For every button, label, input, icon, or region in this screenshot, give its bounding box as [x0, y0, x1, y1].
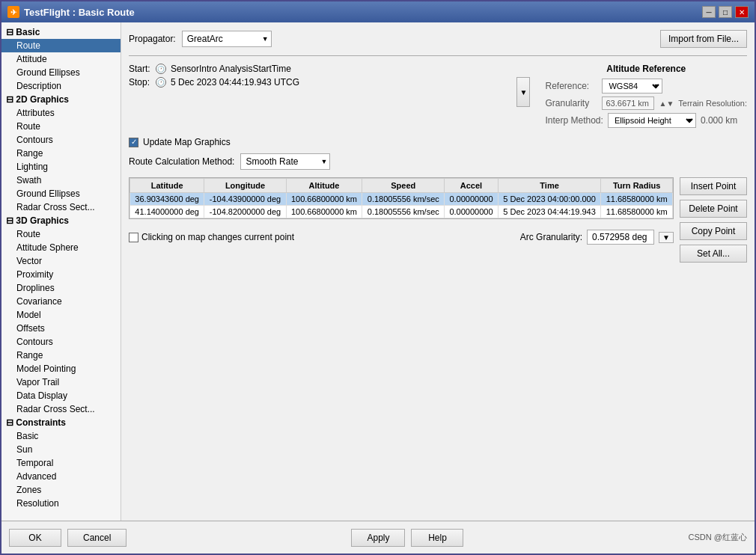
sidebar-item-3d-covariance[interactable]: Covariance	[1, 295, 121, 308]
table-body: 36.90343600 deg-104.43900000 deg100.6680…	[130, 193, 673, 218]
sidebar-item-basic-route[interactable]: Route	[1, 39, 121, 52]
help-button[interactable]: Help	[411, 529, 463, 547]
main-content: ⊟ Basic Route Attitude Ground Ellipses D…	[1, 22, 755, 521]
sidebar-item-2d-radar-cross[interactable]: Radar Cross Sect...	[1, 200, 121, 214]
sidebar-group-2d[interactable]: ⊟ 2D Graphics	[1, 93, 121, 106]
col-altitude: Altitude	[286, 179, 362, 193]
times-dropdown-btn[interactable]: ▼	[516, 77, 530, 107]
calc-method-row: Route Calculation Method: Smooth Rate	[129, 153, 747, 170]
restore-button[interactable]: □	[719, 6, 732, 18]
sidebar-item-3d-attitude-sphere[interactable]: Attitude Sphere	[1, 241, 121, 254]
update-map-row: Update Map Graphics	[129, 137, 747, 147]
sidebar-item-3d-model-pointing[interactable]: Model Pointing	[1, 362, 121, 375]
footer-left: OK Cancel	[9, 529, 126, 547]
clicking-label: Clicking on map changes current point	[141, 232, 294, 242]
top-divider	[129, 55, 747, 56]
ref-select-wrapper: WGS84	[602, 79, 662, 93]
gran-label: Granularity	[545, 98, 597, 108]
sidebar-group-3d[interactable]: ⊟ 3D Graphics	[1, 214, 121, 227]
route-table: Latitude Longitude Altitude Speed Accel …	[129, 177, 674, 219]
sidebar-item-basic-attitude[interactable]: Attitude	[1, 52, 121, 66]
window-title: TestFlight : Basic Route	[24, 7, 135, 18]
import-button[interactable]: Import from File...	[660, 30, 747, 48]
delete-point-button[interactable]: Delete Point	[680, 200, 747, 218]
propagator-select[interactable]: GreatArc	[182, 31, 272, 47]
sidebar-item-basic-description[interactable]: Description	[1, 79, 121, 93]
arc-dropdown-btn[interactable]: ▼	[659, 232, 674, 243]
footer-watermark: CSDN @红蓝心	[689, 532, 747, 543]
sidebar-item-3d-vapor-trail[interactable]: Vapor Trail	[1, 375, 121, 389]
sidebar-item-3d-proximity[interactable]: Proximity	[1, 268, 121, 281]
sidebar-group-constraints[interactable]: ⊟ Constraints	[1, 416, 121, 429]
altitude-section: Altitude Reference Reference: WGS84 Gran…	[545, 64, 747, 131]
sidebar-item-3d-offsets[interactable]: Offsets	[1, 322, 121, 335]
col-speed: Speed	[362, 179, 445, 193]
sidebar-item-3d-droplines[interactable]: Droplines	[1, 281, 121, 295]
content-area: Propagator: GreatArc Import from File...…	[121, 22, 755, 521]
propagator-select-wrapper: GreatArc	[182, 31, 272, 47]
gran-value: 63.6671 km	[602, 96, 654, 110]
sidebar-item-2d-ground-ellipses[interactable]: Ground Ellipses	[1, 187, 121, 200]
ok-button[interactable]: OK	[9, 529, 61, 547]
sidebar: ⊟ Basic Route Attitude Ground Ellipses D…	[1, 22, 121, 521]
sidebar-item-3d-radar-cross[interactable]: Radar Cross Sect...	[1, 402, 121, 416]
sidebar-item-3d-range[interactable]: Range	[1, 349, 121, 362]
sidebar-item-2d-lighting[interactable]: Lighting	[1, 160, 121, 174]
sidebar-item-2d-attributes[interactable]: Attributes	[1, 106, 121, 120]
granularity-row: Granularity 63.6671 km ▲▼ Terrain Resolu…	[545, 96, 747, 110]
sidebar-item-constraints-resolution[interactable]: Resolution	[1, 497, 121, 510]
calc-method-select[interactable]: Smooth Rate	[240, 153, 330, 170]
col-accel: Accel	[445, 179, 499, 193]
apply-button[interactable]: Apply	[351, 529, 405, 547]
arc-gran-value: 0.572958 deg	[587, 230, 654, 245]
minimize-button[interactable]: ─	[702, 6, 716, 18]
set-all-button[interactable]: Set All...	[680, 245, 747, 263]
stop-clock-icon: 🕐	[156, 77, 166, 88]
col-longitude: Longitude	[204, 179, 286, 193]
sidebar-item-constraints-zones[interactable]: Zones	[1, 483, 121, 497]
sidebar-item-constraints-advanced[interactable]: Advanced	[1, 470, 121, 483]
sidebar-item-constraints-basic[interactable]: Basic	[1, 429, 121, 443]
title-controls: ─ □ ✕	[702, 6, 749, 18]
table-header-row: Latitude Longitude Altitude Speed Accel …	[130, 179, 673, 193]
main-window: ✈ TestFlight : Basic Route ─ □ ✕ ⊟ Basic…	[0, 0, 756, 555]
footer: OK Cancel Apply Help CSDN @红蓝心	[1, 521, 755, 554]
table-row[interactable]: 36.90343600 deg-104.43900000 deg100.6680…	[130, 193, 673, 206]
altitude-title: Altitude Reference	[545, 64, 747, 74]
sidebar-item-constraints-sun[interactable]: Sun	[1, 443, 121, 456]
sidebar-item-basic-ground-ellipses[interactable]: Ground Ellipses	[1, 66, 121, 79]
stop-label: Stop:	[129, 77, 151, 88]
sidebar-item-2d-route[interactable]: Route	[1, 120, 121, 133]
sidebar-item-3d-route[interactable]: Route	[1, 227, 121, 241]
insert-point-button[interactable]: Insert Point	[680, 177, 747, 195]
sidebar-item-3d-vector[interactable]: Vector	[1, 254, 121, 268]
clicking-checkbox[interactable]	[129, 233, 138, 242]
start-value: SensorIntro AnalysisStartTime	[171, 64, 291, 74]
sidebar-item-2d-contours[interactable]: Contours	[1, 133, 121, 147]
start-label: Start:	[129, 64, 151, 74]
close-button[interactable]: ✕	[735, 6, 749, 18]
sidebar-item-3d-contours[interactable]: Contours	[1, 335, 121, 349]
interp-select[interactable]: Ellipsoid Height	[608, 113, 696, 128]
terrain-label: Terrain Resolution:	[678, 99, 747, 108]
stop-row: Stop: 🕐 5 Dec 2023 04:44:19.943 UTCG	[129, 77, 513, 88]
sidebar-item-3d-data-display[interactable]: Data Display	[1, 389, 121, 402]
calc-method-select-wrapper: Smooth Rate	[240, 153, 330, 170]
ref-select[interactable]: WGS84	[602, 79, 662, 93]
sidebar-item-3d-model[interactable]: Model	[1, 308, 121, 322]
cancel-button[interactable]: Cancel	[67, 529, 126, 547]
gran-icon: ▲▼	[659, 99, 674, 108]
footer-center: Apply Help	[351, 529, 463, 547]
sidebar-item-2d-range[interactable]: Range	[1, 147, 121, 160]
table-row[interactable]: 41.14000000 deg-104.82000000 deg100.6680…	[130, 206, 673, 218]
propagator-label: Propagator:	[129, 34, 176, 44]
sidebar-item-constraints-temporal[interactable]: Temporal	[1, 456, 121, 470]
update-map-checkbox[interactable]	[129, 138, 138, 147]
start-clock-icon: 🕐	[156, 64, 166, 74]
sidebar-item-2d-swath[interactable]: Swath	[1, 174, 121, 187]
title-bar-left: ✈ TestFlight : Basic Route	[7, 6, 135, 18]
top-row: Propagator: GreatArc Import from File...	[129, 30, 747, 48]
copy-point-button[interactable]: Copy Point	[680, 222, 747, 240]
side-buttons: Insert Point Delete Point Copy Point Set…	[674, 177, 747, 263]
sidebar-group-basic[interactable]: ⊟ Basic	[1, 25, 121, 39]
